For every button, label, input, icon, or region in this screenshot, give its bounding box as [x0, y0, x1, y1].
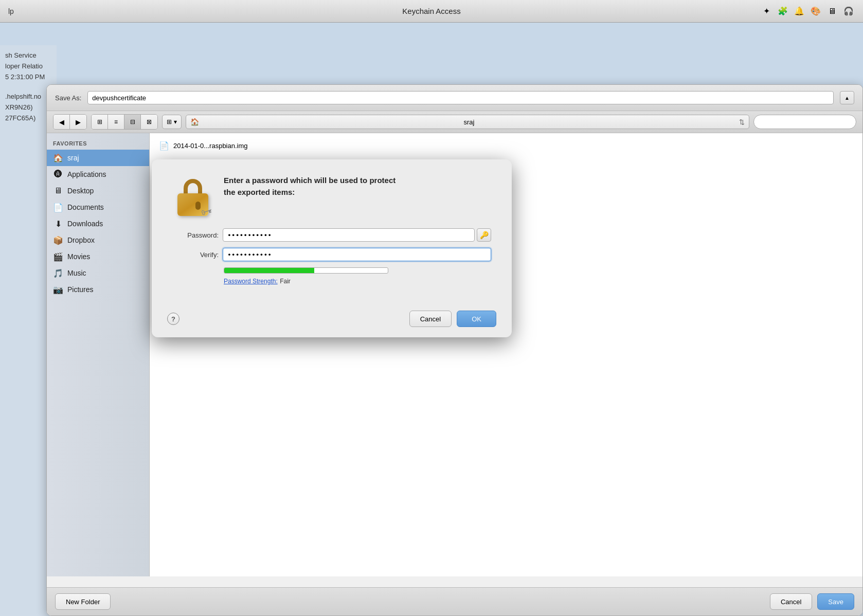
help-button[interactable]: ? — [167, 313, 179, 325]
bg-cert2: XR9N26) — [5, 102, 51, 113]
bell-icon: 🔔 — [793, 5, 805, 17]
key-button[interactable]: 🔑 — [477, 228, 491, 242]
password-message: Enter a password which will be used to p… — [224, 175, 395, 198]
password-ok-button[interactable]: OK — [457, 311, 496, 327]
password-input-wrapper: 🔑 — [223, 228, 491, 242]
file-item[interactable]: 📄 2014-01-0...raspbian.img — [154, 137, 858, 154]
menubar-icons: ✦ 🧩 🔔 🎨 🖥 🎧 — [760, 5, 855, 17]
sidebar-item-label-desktop: Desktop — [67, 187, 94, 195]
sidebar-item-sraj[interactable]: 🏠 sraj — [47, 150, 149, 166]
view-columns-button[interactable]: ⊟ — [124, 115, 141, 129]
location-label: sraj — [464, 118, 475, 126]
sidebar-item-applications[interactable]: 🅐 Applications — [47, 166, 149, 183]
menubar-left-text: lp — [8, 7, 14, 15]
applications-icon: 🅐 — [53, 169, 63, 179]
expand-button[interactable]: ▲ — [840, 91, 854, 104]
strength-bar-row — [172, 267, 491, 274]
view-list-button[interactable]: ≡ — [108, 115, 124, 129]
strength-value: Fair — [280, 278, 291, 285]
dialog-buttons: Cancel OK — [409, 311, 496, 327]
bg-cert3: 27FC65A) — [5, 113, 51, 124]
cursor-icon: ✦ — [760, 5, 772, 17]
password-cancel-button[interactable]: Cancel — [409, 311, 452, 327]
view-coverflow-button[interactable]: ⊠ — [141, 115, 157, 129]
file-icon: 📄 — [159, 141, 169, 151]
sidebar-item-label-sraj: sraj — [67, 154, 79, 162]
save-as-header: Save As: ▲ — [47, 85, 862, 111]
verify-input-wrapper — [223, 248, 491, 261]
password-dialog: 🗝 Enter a password which will be used to… — [152, 159, 512, 337]
sidebar-item-desktop[interactable]: 🖥 Desktop — [47, 183, 149, 199]
sidebar-item-documents[interactable]: 📄 Documents — [47, 199, 149, 215]
pictures-icon: 📷 — [53, 284, 63, 295]
arrange-icon: ⊞ — [167, 118, 172, 125]
keys-icon: 🗝 — [199, 204, 214, 220]
lock-shackle — [184, 179, 202, 193]
save-toolbar: ◀ ▶ ⊞ ≡ ⊟ ⊠ ⊞ ▾ 🏠 sraj ⇅ — [47, 111, 862, 133]
nav-button-group: ◀ ▶ — [53, 114, 87, 130]
verify-label: Verify: — [172, 251, 219, 259]
home-icon: 🏠 — [53, 153, 63, 163]
sidebar-item-dropbox[interactable]: 📦 Dropbox — [47, 232, 149, 248]
sidebar-item-label-music: Music — [67, 269, 86, 277]
password-message-line2: the exported items: — [224, 188, 295, 196]
bg-line2: loper Relatio — [5, 61, 51, 72]
sidebar-item-music[interactable]: 🎵 Music — [47, 265, 149, 281]
password-dialog-header: 🗝 Enter a password which will be used to… — [172, 175, 491, 216]
new-folder-button[interactable]: New Folder — [55, 593, 111, 610]
back-button[interactable]: ◀ — [53, 115, 70, 129]
password-dialog-body: 🗝 Enter a password which will be used to… — [152, 159, 512, 304]
verify-row: Verify: — [172, 248, 491, 261]
location-arrows: ⇅ — [739, 118, 745, 126]
sidebar-section-label: FAVORITES — [47, 138, 149, 150]
password-form: Password: 🔑 Verify: — [172, 228, 491, 286]
password-input[interactable] — [223, 228, 475, 242]
menubar-title: Keychain Access — [402, 7, 460, 15]
sidebar-item-movies[interactable]: 🎬 Movies — [47, 248, 149, 265]
forward-button[interactable]: ▶ — [70, 115, 86, 129]
puzzle-icon: 🧩 — [777, 5, 789, 17]
movies-icon: 🎬 — [53, 251, 63, 262]
password-strength-link[interactable]: Password Strength: — [224, 278, 278, 285]
sidebar: FAVORITES 🏠 sraj 🅐 Applications 🖥 Deskto… — [47, 133, 150, 576]
password-dialog-footer: ? Cancel OK — [152, 304, 512, 337]
strength-bar-background — [224, 267, 388, 274]
screen-icon: 🖥 — [826, 5, 838, 17]
bg-line3: 5 2:31:00 PM — [5, 72, 51, 83]
sidebar-item-label-pictures: Pictures — [67, 285, 94, 294]
footer-actions: Cancel Save — [770, 593, 854, 610]
downloads-icon: ⬇ — [53, 219, 63, 229]
lock-icon: 🗝 — [172, 175, 213, 216]
password-label: Password: — [172, 231, 219, 239]
file-name: 2014-01-0...raspbian.img — [173, 142, 248, 150]
save-footer: New Folder Cancel Save — [47, 587, 862, 615]
sidebar-item-label-applications: Applications — [67, 170, 106, 178]
sidebar-item-pictures[interactable]: 📷 Pictures — [47, 281, 149, 298]
menubar: lp Keychain Access ✦ 🧩 🔔 🎨 🖥 🎧 — [0, 0, 863, 23]
documents-icon: 📄 — [53, 202, 63, 212]
bg-line1: sh Service — [5, 50, 51, 61]
password-row: Password: 🔑 — [172, 228, 491, 242]
password-message-line1: Enter a password which will be used to p… — [224, 176, 395, 185]
arrange-button[interactable]: ⊞ ▾ — [162, 115, 182, 129]
save-cancel-button[interactable]: Cancel — [770, 593, 812, 610]
view-button-group: ⊞ ≡ ⊟ ⊠ — [91, 114, 158, 130]
headphone-icon: 🎧 — [842, 5, 855, 17]
desktop-icon: 🖥 — [53, 186, 63, 196]
sidebar-item-label-downloads: Downloads — [67, 220, 103, 228]
search-input[interactable] — [753, 115, 856, 129]
sidebar-item-label-dropbox: Dropbox — [67, 236, 95, 244]
sidebar-item-label-movies: Movies — [67, 252, 90, 261]
strength-label-row: Password Strength: Fair — [172, 277, 491, 286]
dropbox-icon: 📦 — [53, 235, 63, 245]
save-as-label: Save As: — [55, 94, 81, 102]
save-button[interactable]: Save — [817, 593, 854, 610]
sidebar-item-downloads[interactable]: ⬇ Downloads — [47, 215, 149, 232]
location-dropdown[interactable]: 🏠 sraj ⇅ — [186, 115, 749, 129]
strength-bar-fill — [224, 268, 314, 273]
color-wheel-icon: 🎨 — [810, 5, 822, 17]
save-as-input[interactable] — [87, 91, 834, 104]
view-icon-button[interactable]: ⊞ — [92, 115, 108, 129]
verify-input[interactable] — [223, 248, 491, 261]
home-icon: 🏠 — [190, 118, 199, 126]
